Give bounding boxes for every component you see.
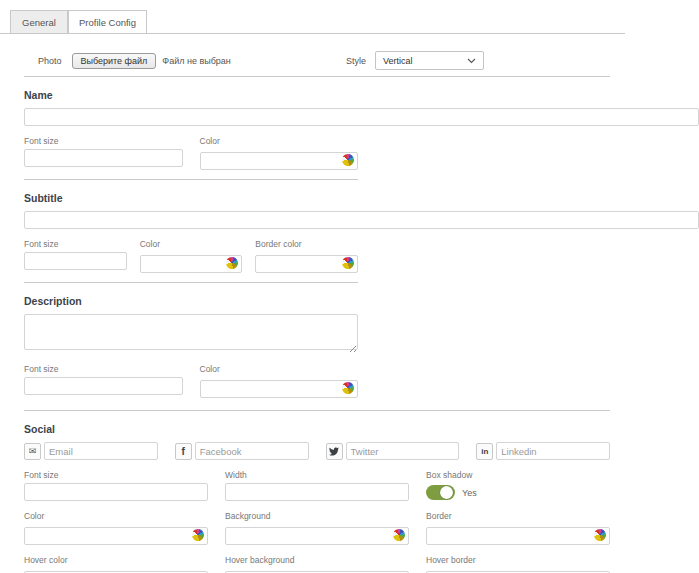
- subtitle-font-size-label: Font size: [24, 239, 127, 249]
- twitter-input[interactable]: [346, 442, 460, 460]
- name-font-size-label: Font size: [24, 136, 183, 146]
- social-font-size-label: Font size: [24, 470, 208, 480]
- name-section: Name Font size Color: [24, 89, 699, 170]
- description-textarea[interactable]: [24, 314, 358, 350]
- social-background-label: Background: [225, 511, 409, 521]
- description-section-title: Description: [24, 295, 699, 307]
- box-shadow-toggle[interactable]: [426, 485, 455, 500]
- description-font-size-label: Font size: [24, 364, 183, 374]
- style-select[interactable]: Vertical: [375, 51, 484, 70]
- linkedin-icon: in: [476, 443, 493, 460]
- description-color-label: Color: [200, 364, 359, 374]
- tab-general[interactable]: General: [10, 10, 68, 33]
- social-background-input[interactable]: [225, 527, 409, 545]
- hover-color-label: Hover color: [24, 555, 208, 565]
- email-input[interactable]: [44, 442, 158, 460]
- name-color-label: Color: [200, 136, 359, 146]
- tab-bar: General Profile Config: [0, 10, 625, 34]
- name-input[interactable]: [24, 108, 699, 126]
- toggle-knob: [440, 486, 453, 499]
- social-section: Social ✉ f in: [24, 423, 699, 573]
- description-font-size-input[interactable]: [24, 377, 183, 395]
- style-select-value: Vertical: [383, 56, 413, 66]
- separator: [24, 179, 358, 180]
- photo-style-row: Photo Выберите файл Файл не выбран Style…: [24, 51, 610, 70]
- hover-background-label: Hover background: [225, 555, 409, 565]
- social-font-size-input[interactable]: [24, 483, 208, 501]
- separator: [24, 76, 610, 77]
- social-width-label: Width: [225, 470, 409, 480]
- description-color-input[interactable]: [200, 380, 359, 398]
- style-group: Style Vertical: [346, 51, 484, 70]
- subtitle-color-label: Color: [140, 239, 243, 249]
- social-section-title: Social: [24, 423, 699, 435]
- chevron-down-icon: [467, 58, 476, 64]
- style-label: Style: [346, 56, 366, 66]
- social-width-input[interactable]: [225, 483, 409, 501]
- hover-border-label: Hover border: [426, 555, 610, 565]
- twitter-icon: [326, 443, 343, 460]
- subtitle-font-size-input[interactable]: [24, 252, 127, 270]
- facebook-input[interactable]: [195, 442, 309, 460]
- envelope-icon: ✉: [24, 443, 41, 460]
- tab-content-general: Photo Выберите файл Файл не выбран Style…: [0, 51, 699, 573]
- social-item-email: ✉: [24, 442, 158, 460]
- description-section: Description Font size Color: [24, 295, 699, 398]
- subtitle-input[interactable]: [24, 211, 699, 229]
- social-border-input[interactable]: [426, 527, 610, 545]
- box-shadow-label: Box shadow: [426, 470, 610, 480]
- file-status-text: Файл не выбран: [162, 56, 231, 66]
- subtitle-section-title: Subtitle: [24, 192, 699, 204]
- subtitle-border-color-label: Border color: [255, 239, 358, 249]
- name-section-title: Name: [24, 89, 699, 101]
- linkedin-input[interactable]: [496, 442, 610, 460]
- subtitle-section: Subtitle Font size Color Border color: [24, 192, 699, 273]
- social-border-label: Border: [426, 511, 610, 521]
- separator: [24, 410, 610, 411]
- social-item-facebook: f: [175, 442, 309, 460]
- name-color-input[interactable]: [200, 152, 359, 170]
- social-links-row: ✉ f in: [24, 442, 610, 460]
- box-shadow-state: Yes: [462, 488, 477, 498]
- social-color-input[interactable]: [24, 527, 208, 545]
- name-font-size-input[interactable]: [24, 149, 183, 167]
- facebook-icon: f: [175, 443, 192, 460]
- separator: [24, 282, 358, 283]
- social-item-linkedin: in: [476, 442, 610, 460]
- social-item-twitter: [326, 442, 460, 460]
- tab-profile-config[interactable]: Profile Config: [68, 10, 147, 33]
- settings-panel: General Profile Config Photo Выберите фа…: [0, 10, 699, 573]
- photo-label: Photo: [38, 56, 62, 66]
- choose-file-button[interactable]: Выберите файл: [72, 53, 157, 69]
- social-color-label: Color: [24, 511, 208, 521]
